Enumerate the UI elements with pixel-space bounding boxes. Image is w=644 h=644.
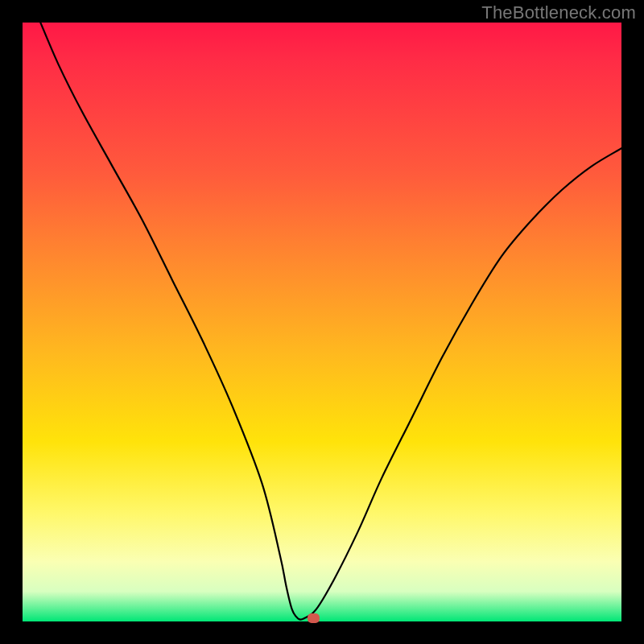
watermark-text: TheBottleneck.com xyxy=(481,2,636,23)
chart-frame: TheBottleneck.com xyxy=(0,0,644,644)
minimum-marker xyxy=(308,613,320,623)
curve-path xyxy=(40,23,621,620)
bottleneck-curve xyxy=(23,23,621,621)
plot-area xyxy=(23,23,621,621)
